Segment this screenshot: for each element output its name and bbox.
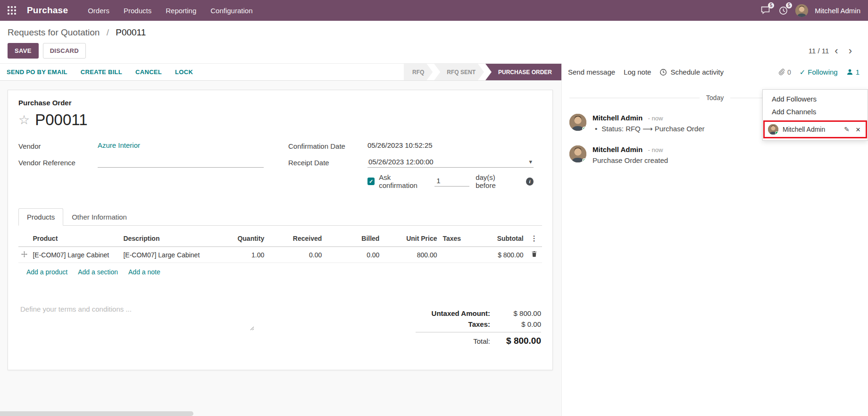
fields-right-column: Confirmation Date 05/26/2023 10:52:25 Re…	[288, 140, 534, 189]
fields-grid: Vendor Azure Interior Vendor Reference C…	[18, 140, 542, 189]
receipt-date-field: Receipt Date 05/26/2023 12:00:00 ▾	[288, 157, 534, 168]
message-avatar	[569, 114, 586, 131]
followers-button[interactable]: 1	[846, 68, 860, 76]
taxes-row: Taxes: $ 0.00	[416, 319, 541, 330]
cancel-button[interactable]: CANCEL	[135, 68, 162, 76]
attachments-button[interactable]: 0	[778, 68, 791, 76]
table-row[interactable]: [E-COM07] Large Cabinet [E-COM07] Large …	[18, 247, 542, 263]
user-avatar[interactable]	[795, 4, 808, 17]
taxes-value: $ 0.00	[500, 320, 541, 328]
ask-confirmation-label: Ask confirmation	[379, 173, 428, 189]
favorite-star-icon[interactable]: ☆	[18, 114, 30, 127]
add-a-product-link[interactable]: Add a product	[26, 268, 67, 276]
status-step-rfq-sent[interactable]: RFQ SENT	[434, 64, 484, 80]
follower-name: Mitchell Admin	[783, 126, 839, 133]
drag-handle-icon[interactable]	[21, 251, 27, 257]
user-name[interactable]: Mitchell Admin	[815, 7, 860, 15]
log-note-button[interactable]: Log note	[619, 65, 655, 79]
purchase-order-sheet: Purchase Order ☆ P00011 Vendor Azure Int…	[8, 90, 553, 370]
sheet-bottom-area: Untaxed Amount: $ 800.00 Taxes: $ 0.00 T…	[18, 303, 542, 348]
menu-products[interactable]: Products	[118, 3, 157, 18]
delete-row-icon[interactable]	[531, 251, 537, 257]
pager: 11 / 11 ‹ ›	[809, 46, 857, 56]
untaxed-amount-value: $ 800.00	[500, 309, 541, 317]
chevron-right-icon: ›	[849, 45, 852, 57]
add-followers-menu-item[interactable]: Add Followers	[763, 93, 868, 105]
schedule-activity-button[interactable]: Schedule activity	[655, 65, 728, 79]
taxes-label: Taxes:	[468, 320, 490, 328]
cell-billed[interactable]: 0.00	[325, 247, 382, 263]
totals-block: Untaxed Amount: $ 800.00 Taxes: $ 0.00 T…	[416, 308, 541, 348]
app-name: Purchase	[27, 5, 68, 16]
message-author: Mitchell Admin	[593, 114, 643, 122]
message-avatar	[569, 145, 586, 162]
menu-reporting[interactable]: Reporting	[160, 3, 202, 18]
untaxed-amount-label: Untaxed Amount:	[432, 309, 490, 317]
confirmation-date-field: Confirmation Date 05/26/2023 10:52:25	[288, 140, 534, 152]
caret-down-icon[interactable]: ▾	[529, 158, 532, 165]
add-a-section-link[interactable]: Add a section	[78, 268, 118, 276]
paperclip-icon	[778, 68, 785, 76]
pager-previous-button[interactable]: ‹	[830, 46, 843, 56]
cell-description[interactable]: [E-COM07] Large Cabinet	[120, 247, 209, 263]
receipt-date-value: 05/26/2023 12:00:00	[368, 158, 434, 166]
total-value: $ 800.00	[500, 336, 541, 346]
cell-quantity[interactable]: 1.00	[209, 247, 267, 263]
send-po-by-email-button[interactable]: SEND PO BY EMAIL	[7, 68, 67, 76]
optional-columns-icon[interactable]: ⋮	[531, 234, 538, 243]
status-step-purchase-order[interactable]: PURCHASE ORDER	[485, 64, 561, 80]
following-button[interactable]: ✓ Following	[800, 68, 838, 76]
receipt-date-label: Receipt Date	[288, 159, 367, 167]
discard-button[interactable]: DISCARD	[43, 43, 86, 59]
cell-unit-price[interactable]: 800.00	[382, 247, 440, 263]
column-header-product: Product	[30, 232, 120, 247]
messages-icon[interactable]: 5	[760, 5, 771, 16]
schedule-activity-label: Schedule activity	[670, 68, 724, 76]
table-header-row: Product Description Quantity Received Bi…	[18, 232, 542, 247]
activities-icon[interactable]: 5	[777, 5, 789, 16]
pager-next-button[interactable]: ›	[844, 46, 857, 56]
receipt-date-input[interactable]: 05/26/2023 12:00:00 ▾	[367, 158, 534, 168]
vendor-reference-input[interactable]	[98, 158, 264, 168]
main-menu: Orders Products Reporting Configuration	[82, 3, 258, 18]
cell-taxes[interactable]	[440, 247, 474, 263]
sheet-title: Purchase Order	[18, 99, 542, 107]
message-time: - now	[648, 146, 663, 153]
breadcrumb-parent-link[interactable]: Requests for Quotation	[8, 27, 100, 37]
confirmation-days-input[interactable]	[434, 177, 469, 187]
vendor-value-link[interactable]: Azure Interior	[98, 141, 140, 149]
messages-badge: 5	[768, 2, 775, 8]
status-step-rfq[interactable]: RFQ	[404, 64, 433, 80]
total-row: Total: $ 800.00	[416, 334, 541, 348]
menu-configuration[interactable]: Configuration	[205, 3, 258, 18]
follower-row-highlighted[interactable]: Mitchell Admin ✎ ×	[763, 120, 867, 138]
vendor-reference-field: Vendor Reference	[18, 157, 264, 168]
main-content: SEND PO BY EMAIL CREATE BILL CANCEL LOCK…	[0, 63, 868, 416]
order-lines-table: Product Description Quantity Received Bi…	[18, 232, 542, 263]
cell-subtotal: $ 800.00	[474, 247, 526, 263]
lock-button[interactable]: LOCK	[175, 68, 193, 76]
save-button[interactable]: SAVE	[8, 43, 39, 59]
confirmation-date-value: 05/26/2023 10:52:25	[367, 141, 534, 151]
edit-follower-icon[interactable]: ✎	[843, 126, 851, 133]
activities-badge: 5	[786, 2, 793, 8]
tab-other-information[interactable]: Other Information	[63, 208, 135, 226]
add-a-note-link[interactable]: Add a note	[128, 268, 160, 276]
control-panel: Requests for Quotation / P00011 SAVE DIS…	[0, 21, 868, 63]
cell-product[interactable]: [E-COM07] Large Cabinet	[30, 247, 120, 263]
apps-grid-icon[interactable]	[8, 6, 17, 15]
ask-confirmation-checkbox[interactable]: ✓	[367, 178, 375, 185]
send-message-button[interactable]: Send message	[564, 65, 619, 79]
tab-products[interactable]: Products	[18, 208, 63, 226]
create-bill-button[interactable]: CREATE BILL	[81, 68, 122, 76]
ask-confirmation-field: ✓ Ask confirmation day(s) before i	[288, 173, 534, 189]
info-icon[interactable]: i	[526, 178, 534, 186]
add-channels-menu-item[interactable]: Add Channels	[763, 105, 868, 118]
cell-received[interactable]: 0.00	[267, 247, 325, 263]
menu-orders[interactable]: Orders	[82, 3, 115, 18]
terms-and-conditions-textarea[interactable]	[18, 303, 254, 331]
horizontal-scrollbar[interactable]	[0, 411, 193, 416]
follower-avatar	[768, 124, 778, 135]
remove-follower-icon[interactable]: ×	[855, 126, 861, 134]
message-author: Mitchell Admin	[593, 145, 643, 153]
